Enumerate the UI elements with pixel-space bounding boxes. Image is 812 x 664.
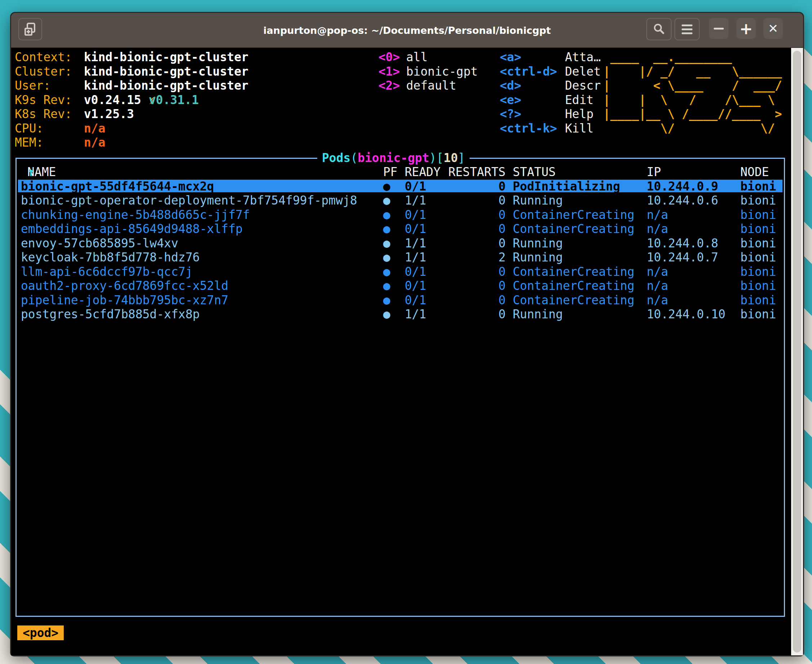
pod-name: bionic-gpt-55df4f5644-mcx2q bbox=[21, 179, 214, 194]
terminal-window: ianpurton@pop-os: ~/Documents/Personal/b… bbox=[10, 12, 804, 656]
pod-status: PodInitializing bbox=[513, 179, 620, 194]
info-label: CPU: bbox=[15, 121, 43, 136]
keybinding-action: Descr bbox=[565, 78, 600, 93]
pod-ip: 10.244.0.10 bbox=[647, 307, 726, 322]
pod-node: bioni bbox=[740, 194, 776, 208]
pod-row[interactable]: llm-api-6c6dccf97b-qcc7j●0/10ContainerCr… bbox=[16, 265, 784, 279]
punct: ] bbox=[458, 151, 465, 165]
pod-row[interactable]: oauth2-proxy-6cd7869fcc-x52ld●0/10Contai… bbox=[16, 279, 784, 293]
keybinding-action: Kill bbox=[565, 121, 594, 136]
pod-row[interactable]: embeddings-api-85649d9488-xlffp●0/10Cont… bbox=[16, 222, 784, 236]
pods-table-title: Pods(bionic-gpt)[10] bbox=[317, 151, 470, 165]
pod-node: bioni bbox=[740, 293, 776, 308]
pod-status: ContainerCreating bbox=[513, 222, 635, 236]
column-header-restarts[interactable]: RESTARTS bbox=[448, 165, 506, 179]
pod-ready: 0/1 bbox=[405, 179, 426, 194]
namespace-hotkey: <2> bbox=[378, 78, 400, 93]
keybinding-action: Help bbox=[565, 107, 594, 121]
pod-node: bioni bbox=[740, 307, 776, 322]
info-value: kind-bionic-gpt-cluster bbox=[84, 65, 249, 79]
column-header-status[interactable]: STATUS bbox=[513, 165, 556, 179]
column-header-node[interactable]: NODE bbox=[740, 165, 769, 179]
pod-ready: 1/1 bbox=[405, 236, 426, 251]
scrollbar-thumb[interactable] bbox=[793, 51, 801, 653]
maximize-button[interactable]: + bbox=[736, 18, 756, 39]
window-title: ianpurton@pop-os: ~/Documents/Personal/b… bbox=[263, 24, 550, 36]
pod-node: bioni bbox=[740, 250, 776, 265]
pf-bullet-icon: ● bbox=[383, 250, 391, 265]
keybinding-key: <e> bbox=[500, 93, 521, 107]
new-tab-button[interactable] bbox=[18, 18, 42, 40]
pod-count: 10 bbox=[444, 151, 458, 165]
pf-bullet-icon: ● bbox=[383, 208, 391, 222]
info-value: v0.24.15 bbox=[84, 93, 141, 107]
pod-row[interactable]: chunking-engine-5b488d665c-jjf7f●0/10Con… bbox=[16, 208, 784, 222]
window-titlebar[interactable]: ianpurton@pop-os: ~/Documents/Personal/b… bbox=[11, 13, 803, 48]
pod-node: bioni bbox=[740, 222, 776, 236]
namespace-hotkey: <0> bbox=[378, 50, 400, 65]
pod-name: keycloak-7bb8f5d778-hdz76 bbox=[21, 250, 200, 265]
keybinding-action: Delet bbox=[565, 65, 600, 79]
pod-row[interactable]: envoy-57cb685895-lw4xv●1/10Running10.244… bbox=[16, 236, 784, 251]
pod-restarts: 0 bbox=[448, 208, 506, 222]
pod-restarts: 0 bbox=[448, 179, 506, 194]
minimize-button[interactable] bbox=[709, 18, 729, 39]
close-button[interactable]: ✕ bbox=[763, 18, 783, 39]
close-icon: ✕ bbox=[768, 21, 778, 36]
column-header-ip[interactable]: IP bbox=[647, 165, 661, 179]
pod-ready: 1/1 bbox=[405, 307, 426, 322]
pf-bullet-icon: ● bbox=[383, 279, 391, 293]
pod-row[interactable]: pipeline-job-74bbb795bc-xz7n7●0/10Contai… bbox=[16, 293, 784, 308]
pod-ip: n/a bbox=[647, 222, 668, 236]
pod-row[interactable]: keycloak-7bb8f5d778-hdz76●1/12Running10.… bbox=[16, 250, 784, 265]
pods-rows: NAME↑PFREADYRESTARTSSTATUSIPNODEbionic-g… bbox=[16, 165, 784, 322]
search-button[interactable] bbox=[646, 18, 672, 40]
pod-ip: 10.244.0.9 bbox=[647, 179, 718, 194]
pod-ready: 1/1 bbox=[405, 194, 426, 208]
punct: ( bbox=[350, 151, 358, 165]
pod-ip: 10.244.0.7 bbox=[647, 250, 718, 265]
pod-name: postgres-5cfd7b885d-xfx8p bbox=[21, 307, 200, 322]
column-header-pf[interactable]: PF bbox=[383, 165, 397, 179]
keybinding-key: <ctrl-k> bbox=[500, 121, 557, 136]
menu-button[interactable] bbox=[674, 18, 700, 40]
terminal-content[interactable]: Context:kind-bionic-gpt-cluster<0>all<a>… bbox=[11, 48, 803, 655]
pod-ready: 0/1 bbox=[405, 265, 426, 279]
terminal-scrollbar[interactable] bbox=[791, 48, 803, 655]
pf-bullet-icon: ● bbox=[383, 179, 391, 194]
pod-ready: 1/1 bbox=[405, 250, 426, 265]
k9s-header-line: MEM:n/a bbox=[11, 135, 789, 150]
pod-ip: n/a bbox=[647, 293, 668, 308]
info-value: kind-bionic-gpt-cluster bbox=[84, 78, 249, 93]
pod-status: ContainerCreating bbox=[513, 208, 635, 222]
pod-node: bioni bbox=[740, 265, 776, 279]
pod-ip: 10.244.0.8 bbox=[647, 236, 718, 251]
pod-ready: 0/1 bbox=[405, 208, 426, 222]
pod-restarts: 0 bbox=[448, 222, 506, 236]
pod-status: Running bbox=[513, 250, 563, 265]
keybinding-action: Atta… bbox=[565, 50, 600, 65]
keybinding-key: <a> bbox=[500, 50, 521, 65]
pod-status: ContainerCreating bbox=[513, 279, 635, 293]
namespace-name: bionic-gpt bbox=[406, 65, 478, 79]
pod-name: llm-api-6c6dccf97b-qcc7j bbox=[21, 265, 193, 279]
desktop: { "colors":{ "desktop_teal":"#36b4c0","d… bbox=[0, 0, 812, 664]
pod-restarts: 0 bbox=[448, 194, 506, 208]
pod-row-selected[interactable]: bionic-gpt-55df4f5644-mcx2q●0/10PodIniti… bbox=[16, 179, 784, 194]
namespace-hotkey: <1> bbox=[378, 65, 400, 79]
namespace-name: default bbox=[406, 78, 456, 93]
keybinding-key: <d> bbox=[500, 78, 521, 93]
pf-bullet-icon: ● bbox=[383, 265, 391, 279]
namespace-name: bionic-gpt bbox=[358, 151, 429, 165]
pods-table-header-row: NAME↑PFREADYRESTARTSSTATUSIPNODE bbox=[16, 165, 784, 179]
pod-restarts: 2 bbox=[448, 250, 506, 265]
punct: ) bbox=[429, 151, 436, 165]
pod-row[interactable]: postgres-5cfd7b885d-xfx8p●1/10Running10.… bbox=[16, 307, 784, 322]
hamburger-icon bbox=[682, 24, 692, 34]
info-value: kind-bionic-gpt-cluster bbox=[84, 50, 249, 65]
column-header-ready[interactable]: READY bbox=[405, 165, 440, 179]
info-label: User: bbox=[15, 78, 50, 93]
info-label: Context: bbox=[15, 50, 72, 65]
pod-row[interactable]: bionic-gpt-operator-deployment-7bf754f99… bbox=[16, 194, 784, 208]
new-terminal-icon bbox=[24, 22, 37, 36]
